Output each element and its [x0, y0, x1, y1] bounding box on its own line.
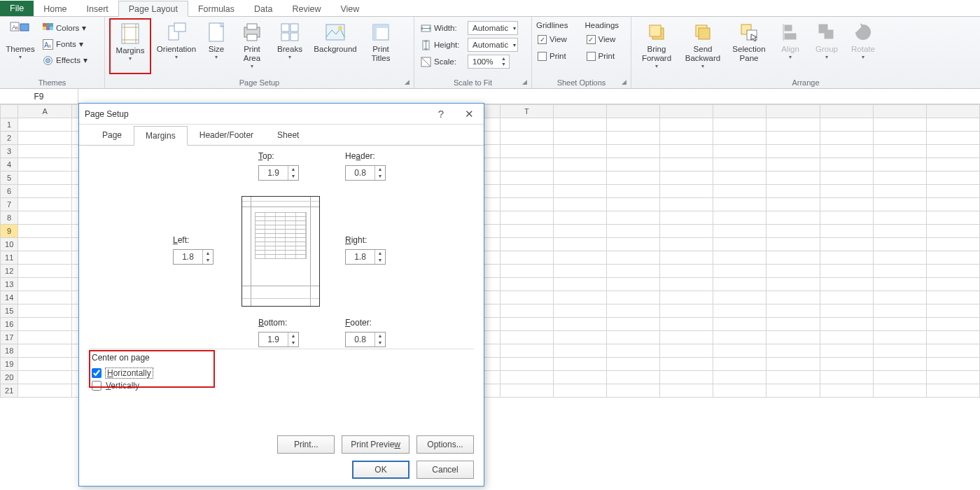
center-vertically-checkbox[interactable]: Vertically — [92, 379, 471, 392]
cell[interactable] — [926, 118, 979, 132]
cell[interactable] — [926, 331, 979, 344]
cell[interactable] — [554, 145, 607, 158]
cell[interactable] — [820, 358, 873, 371]
cell[interactable] — [554, 371, 607, 384]
cell[interactable] — [554, 251, 607, 265]
cell[interactable] — [873, 384, 926, 398]
cell[interactable] — [873, 251, 926, 265]
cell[interactable] — [607, 211, 660, 225]
cell[interactable] — [18, 185, 71, 198]
top-spinner[interactable]: 1.9▲▼ — [258, 165, 299, 181]
cell[interactable] — [607, 238, 660, 251]
cell[interactable] — [713, 198, 766, 211]
cell[interactable] — [873, 145, 926, 158]
size-button[interactable]: Size▾ — [202, 18, 231, 60]
group-button[interactable]: Group▾ — [811, 18, 843, 60]
cell[interactable] — [18, 384, 71, 398]
cell[interactable] — [873, 278, 926, 291]
cell[interactable] — [607, 358, 660, 371]
cell[interactable] — [926, 251, 979, 265]
cell[interactable] — [18, 251, 71, 265]
row-header[interactable]: 20 — [1, 371, 18, 384]
cell[interactable] — [500, 158, 553, 172]
cell[interactable] — [554, 384, 607, 398]
cell[interactable] — [926, 304, 979, 318]
cell[interactable] — [926, 185, 979, 198]
cell[interactable] — [820, 198, 873, 211]
cell[interactable] — [554, 185, 607, 198]
cell[interactable] — [713, 172, 766, 185]
cell[interactable] — [500, 318, 553, 331]
options-button[interactable]: Options... — [416, 435, 474, 454]
cell[interactable] — [766, 384, 820, 398]
background-button[interactable]: Background — [311, 18, 360, 54]
bottom-spinner[interactable]: 1.9▲▼ — [258, 332, 299, 347]
cell[interactable] — [766, 238, 820, 251]
row-header[interactable]: 17 — [1, 331, 18, 344]
cell[interactable] — [873, 198, 926, 211]
row-header[interactable]: 10 — [1, 238, 18, 251]
cell[interactable] — [554, 211, 607, 225]
dialog-titlebar[interactable]: Page Setup ? ✕ — [79, 104, 484, 125]
row-header[interactable]: 7 — [1, 198, 18, 211]
cell[interactable] — [607, 344, 660, 358]
cell[interactable] — [873, 211, 926, 225]
cell[interactable] — [607, 172, 660, 185]
cell[interactable] — [660, 172, 713, 185]
themes-button[interactable]: Aa Themes ▾ — [4, 18, 36, 60]
cell[interactable] — [554, 304, 607, 318]
cell[interactable] — [873, 358, 926, 371]
cell[interactable] — [500, 198, 553, 211]
cell[interactable] — [500, 185, 553, 198]
cell[interactable] — [554, 291, 607, 304]
dialog-tab-sheet[interactable]: Sheet — [265, 125, 311, 145]
cell[interactable] — [607, 118, 660, 132]
cell[interactable] — [820, 304, 873, 318]
cell[interactable] — [500, 251, 553, 265]
row-header[interactable]: 21 — [1, 384, 18, 398]
cell[interactable] — [926, 211, 979, 225]
row-header[interactable]: 12 — [1, 265, 18, 278]
scale-spinner[interactable]: 100%▲▼ — [468, 55, 510, 69]
tab-data[interactable]: Data — [244, 1, 282, 16]
cell[interactable] — [713, 291, 766, 304]
cell[interactable] — [660, 384, 713, 398]
cell[interactable] — [660, 278, 713, 291]
align-button[interactable]: Align▾ — [774, 18, 806, 60]
cell[interactable] — [926, 132, 979, 145]
cell[interactable] — [18, 304, 71, 318]
cell[interactable] — [660, 358, 713, 371]
cell[interactable] — [820, 185, 873, 198]
tab-insert[interactable]: Insert — [77, 1, 118, 16]
cell[interactable] — [713, 185, 766, 198]
cell[interactable] — [766, 251, 820, 265]
cell[interactable] — [873, 344, 926, 358]
cell[interactable] — [766, 198, 820, 211]
cell[interactable] — [713, 344, 766, 358]
cell[interactable] — [926, 238, 979, 251]
cell[interactable] — [873, 132, 926, 145]
cell[interactable] — [660, 291, 713, 304]
cell[interactable] — [766, 304, 820, 318]
cell[interactable] — [926, 384, 979, 398]
cell[interactable] — [607, 185, 660, 198]
cell[interactable] — [18, 291, 71, 304]
cell[interactable] — [500, 238, 553, 251]
ok-button[interactable]: OK — [352, 461, 410, 479]
cell[interactable] — [820, 291, 873, 304]
right-spinner[interactable]: 1.8▲▼ — [345, 249, 386, 265]
cell[interactable] — [607, 384, 660, 398]
cell[interactable] — [713, 384, 766, 398]
height-select[interactable]: Automatic▾ — [468, 38, 518, 52]
cell[interactable] — [926, 344, 979, 358]
cell[interactable] — [873, 238, 926, 251]
row-header[interactable]: 4 — [1, 158, 18, 172]
cell[interactable] — [500, 384, 553, 398]
cell[interactable] — [500, 225, 553, 238]
cell[interactable] — [873, 265, 926, 278]
tab-file[interactable]: File — [0, 1, 34, 16]
cell[interactable] — [820, 225, 873, 238]
cell[interactable] — [660, 198, 713, 211]
cell[interactable] — [660, 344, 713, 358]
cell[interactable] — [766, 225, 820, 238]
